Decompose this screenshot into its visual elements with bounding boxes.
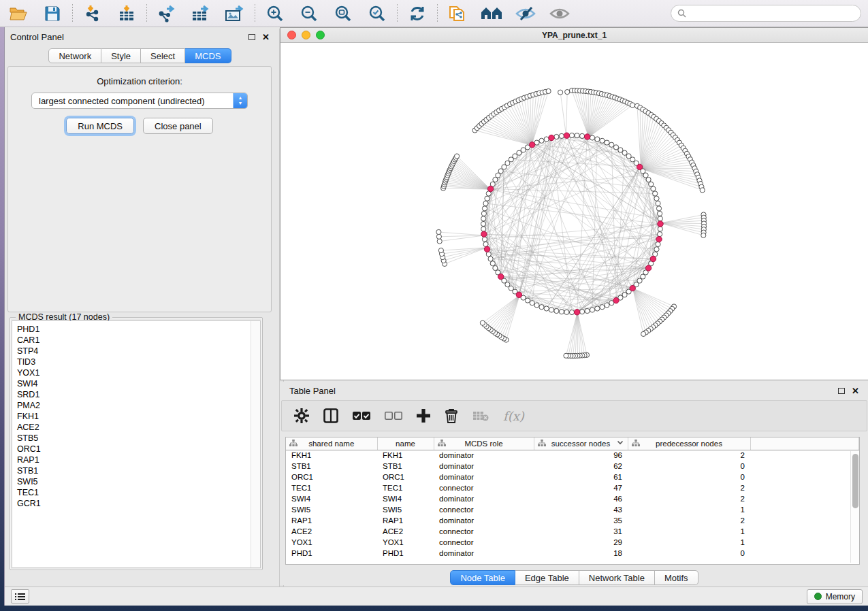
mcds-result-list[interactable]: PHD1CAR1STP4TID3YOX1SWI4SRD1PMA2FKH1ACE2… <box>12 321 251 567</box>
save-session-icon[interactable] <box>41 3 64 24</box>
tab-style[interactable]: Style <box>101 48 141 63</box>
export-network-icon[interactable] <box>155 3 178 24</box>
table-row[interactable]: ORC1ORC1dominator610 <box>286 472 859 482</box>
table-cell[interactable]: 46 <box>534 493 628 504</box>
tab-motifs[interactable]: Motifs <box>655 570 698 585</box>
result-list-item[interactable]: PHD1 <box>17 324 251 335</box>
show-all-icon[interactable] <box>548 3 571 24</box>
table-row[interactable]: SWI5SWI5connector431 <box>286 504 859 515</box>
table-cell[interactable]: STB1 <box>377 461 434 472</box>
result-list-item[interactable]: RAP1 <box>17 455 251 465</box>
export-table-icon[interactable] <box>189 3 212 24</box>
tab-edge-table[interactable]: Edge Table <box>515 570 579 585</box>
result-list-item[interactable]: SRD1 <box>17 389 251 400</box>
table-cell[interactable]: TEC1 <box>377 482 434 493</box>
table-row[interactable]: TEC1TEC1connector472 <box>286 482 859 493</box>
table-cell[interactable]: dominator <box>434 548 534 559</box>
select-all-icon[interactable] <box>353 411 370 420</box>
table-row[interactable]: YOX1YOX1connector291 <box>286 537 859 548</box>
column-visibility-icon[interactable] <box>323 408 338 423</box>
table-row[interactable]: ACE2ACE2connector311 <box>286 526 859 537</box>
table-cell[interactable]: 0 <box>628 548 750 559</box>
table-cell[interactable]: PHD1 <box>377 548 434 559</box>
table-cell[interactable]: ORC1 <box>377 472 434 482</box>
table-cell[interactable]: ORC1 <box>286 472 377 482</box>
table-cell[interactable]: 62 <box>534 461 628 472</box>
table-cell[interactable]: connector <box>434 504 534 515</box>
column-header-MCDS-role[interactable]: MCDS role <box>434 437 534 450</box>
float-panel-icon[interactable] <box>248 34 255 40</box>
table-scrollbar[interactable] <box>850 451 859 563</box>
zoom-selected-icon[interactable] <box>366 3 389 24</box>
memory-button[interactable]: Memory <box>807 589 863 604</box>
result-list-item[interactable]: FKH1 <box>17 411 251 422</box>
table-cell[interactable]: RAP1 <box>377 515 434 526</box>
run-mcds-button[interactable]: Run MCDS <box>66 118 134 134</box>
table-cell[interactable]: 1 <box>628 504 750 515</box>
table-cell[interactable]: FKH1 <box>286 450 377 461</box>
column-header-shared-name[interactable]: shared name <box>286 437 377 450</box>
criterion-select[interactable]: largest connected component (undirected)… <box>31 93 248 109</box>
network-canvas[interactable] <box>280 43 868 380</box>
table-cell[interactable]: FKH1 <box>377 450 434 461</box>
table-cell[interactable]: dominator <box>434 515 534 526</box>
tab-node-table[interactable]: Node Table <box>450 570 515 585</box>
result-list-item[interactable]: TID3 <box>17 357 251 367</box>
table-cell[interactable]: YOX1 <box>377 537 434 548</box>
result-list-item[interactable]: STB1 <box>17 465 251 476</box>
table-row[interactable]: STB1STB1dominator620 <box>286 461 859 472</box>
table-cell[interactable]: 2 <box>628 515 750 526</box>
tab-mcds[interactable]: MCDS <box>185 48 231 63</box>
result-list-item[interactable]: SWI5 <box>17 476 251 487</box>
table-row[interactable]: RAP1RAP1dominator352 <box>286 515 859 526</box>
table-cell[interactable]: PHD1 <box>286 548 377 559</box>
function-builder-icon[interactable]: f(x) <box>503 409 524 423</box>
table-cell[interactable]: 2 <box>628 450 750 461</box>
table-cell[interactable]: 61 <box>534 472 628 482</box>
hide-selected-icon[interactable] <box>514 3 537 24</box>
delete-table-icon[interactable] <box>472 410 489 421</box>
tab-select[interactable]: Select <box>141 48 185 63</box>
result-list-item[interactable]: SWI4 <box>17 378 251 389</box>
close-panel-button[interactable]: Close panel <box>143 118 213 134</box>
table-settings-icon[interactable] <box>294 408 309 423</box>
table-cell[interactable]: ACE2 <box>377 526 434 537</box>
zoom-in-icon[interactable] <box>263 3 287 24</box>
table-cell[interactable]: 96 <box>534 450 628 461</box>
table-cell[interactable]: TEC1 <box>286 482 377 493</box>
table-cell[interactable]: 29 <box>534 537 628 548</box>
close-panel-icon[interactable]: ✕ <box>262 33 270 42</box>
search-input[interactable] <box>690 9 854 18</box>
table-cell[interactable]: 0 <box>628 461 750 472</box>
table-row[interactable]: PHD1PHD1dominator180 <box>286 548 859 559</box>
column-header-predecessor-nodes[interactable]: predecessor nodes <box>628 437 750 450</box>
result-list-item[interactable]: ACE2 <box>17 422 251 433</box>
table-cell[interactable]: 1 <box>628 537 750 548</box>
result-list-scrollbar[interactable] <box>251 321 260 567</box>
open-file-icon[interactable] <box>7 3 30 24</box>
table-cell[interactable]: dominator <box>434 472 534 482</box>
table-cell[interactable]: connector <box>434 526 534 537</box>
refresh-icon[interactable] <box>406 3 429 24</box>
table-cell[interactable]: 35 <box>534 515 628 526</box>
table-cell[interactable]: dominator <box>434 450 534 461</box>
table-cell[interactable]: ACE2 <box>286 526 377 537</box>
zoom-out-icon[interactable] <box>298 3 321 24</box>
table-cell[interactable]: YOX1 <box>286 537 377 548</box>
column-header-successor-nodes[interactable]: successor nodes <box>534 437 628 450</box>
table-cell[interactable]: connector <box>434 537 534 548</box>
result-list-item[interactable]: STB5 <box>17 433 251 444</box>
table-cell[interactable]: dominator <box>434 493 534 504</box>
tab-network-table[interactable]: Network Table <box>579 570 655 585</box>
tab-network[interactable]: Network <box>48 48 101 63</box>
table-cell[interactable]: dominator <box>434 461 534 472</box>
table-cell[interactable]: 2 <box>628 493 750 504</box>
import-network-icon[interactable] <box>81 3 104 24</box>
result-list-item[interactable]: PMA2 <box>17 400 251 411</box>
task-history-button[interactable] <box>11 589 29 604</box>
search-field[interactable] <box>671 5 861 22</box>
column-header-name[interactable]: name <box>377 437 434 450</box>
table-cell[interactable]: SWI4 <box>286 493 377 504</box>
table-cell[interactable]: SWI4 <box>377 493 434 504</box>
result-list-item[interactable]: GCR1 <box>17 498 251 509</box>
